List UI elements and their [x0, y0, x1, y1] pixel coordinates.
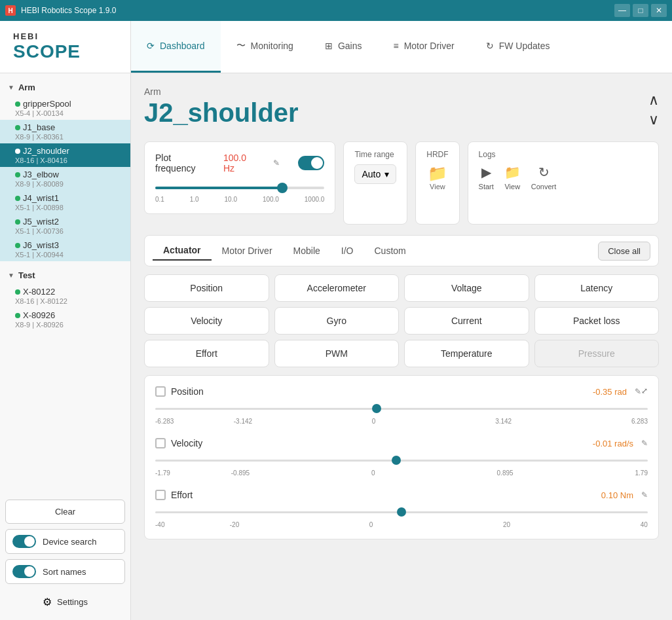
velocity-scale: -1.79 -0.895 0 0.895 1.79 [155, 469, 648, 477]
tab-io[interactable]: I/O [331, 242, 364, 260]
sidebar-item-j2shoulder[interactable]: J2_shoulder X8-16 | X-80416 [0, 143, 130, 167]
nav-down-button[interactable]: ∨ [648, 111, 659, 128]
plot-freq-fill [155, 187, 282, 189]
tab-custom[interactable]: Custom [364, 242, 417, 260]
sidebar-content: ▼ Arm gripperSpool X5-4 | X-00134 J1_bas… [0, 73, 130, 494]
tab-motor-driver[interactable]: ≡ Motor Driver [377, 21, 470, 73]
tab-motor-driver[interactable]: Motor Driver [212, 242, 283, 260]
logo-scope: SCOPE [13, 41, 117, 62]
effort-edit-icon[interactable]: ✎ [641, 490, 648, 500]
tab-dashboard[interactable]: ⟳ Dashboard [131, 21, 221, 73]
metric-pwm[interactable]: PWM [274, 340, 400, 367]
device-name: gripperSpool [23, 99, 71, 109]
velocity-checkbox[interactable] [155, 438, 166, 448]
device-search-toggle-switch[interactable] [12, 535, 36, 548]
velocity-thumb[interactable] [392, 456, 401, 465]
velocity-edit-icon[interactable]: ✎ [641, 439, 648, 448]
sidebar-group-arm[interactable]: ▼ Arm [0, 79, 130, 96]
plot-freq-thumb[interactable] [277, 183, 288, 193]
metric-position[interactable]: Position [144, 274, 269, 302]
maximize-button[interactable]: □ [633, 4, 648, 17]
time-range-arrow-icon: ▾ [384, 169, 389, 179]
gains-icon: ⊞ [325, 41, 333, 51]
sidebar-item-j6wrist3[interactable]: J6_wrist3 X5-1 | X-00944 [0, 238, 130, 261]
tab-mobile[interactable]: Mobile [283, 242, 331, 260]
velocity-slider[interactable] [155, 452, 648, 468]
sidebar-item-j3elbow[interactable]: J3_elbow X8-9 | X-80089 [0, 167, 130, 191]
metric-current[interactable]: Current [404, 307, 529, 335]
nav-up-button[interactable]: ∧ [648, 92, 659, 109]
device-dot [15, 219, 20, 225]
app-logo: HEBI SCOPE [0, 21, 131, 73]
tab-fw-updates[interactable]: ↻ FW Updates [470, 21, 566, 73]
sensor-section: ⤢ Position -0.35 rad ✎ -6.283 -3.142 [144, 375, 659, 539]
metric-latency[interactable]: Latency [534, 274, 660, 302]
metric-gyro[interactable]: Gyro [274, 307, 400, 335]
sidebar-group-test[interactable]: ▼ Test [0, 266, 130, 284]
close-all-button[interactable]: Close all [598, 242, 650, 261]
device-id: X8-9 | X-80926 [15, 321, 122, 329]
log-start-button[interactable]: ▶ Start [479, 164, 494, 191]
log-view-button[interactable]: 📁 View [504, 164, 521, 191]
plot-freq-slider[interactable] [155, 181, 324, 194]
sort-names-toggle[interactable]: Sort names [5, 559, 125, 584]
sensor-row-effort: Effort 0.10 Nm ✎ -40 -20 0 20 [155, 490, 648, 528]
top-controls: Plot frequency 100.0 Hz ✎ 0.1 1.0 10.0 1… [144, 141, 659, 225]
metric-accelerometer[interactable]: Accelerometer [274, 274, 400, 302]
position-slider[interactable] [155, 401, 648, 416]
metric-packet-loss[interactable]: Packet loss [534, 307, 660, 335]
position-checkbox[interactable] [155, 386, 166, 397]
sidebar-item-gripperspool[interactable]: gripperSpool X5-4 | X-00134 [0, 96, 130, 120]
close-button[interactable]: ✕ [651, 4, 667, 17]
settings-label: Settings [57, 597, 88, 607]
sensor-name-effort: Effort [171, 490, 193, 500]
fw-updates-icon: ↻ [486, 41, 494, 51]
device-header-left: Arm J2_shoulder [144, 86, 299, 128]
effort-checkbox[interactable] [155, 490, 166, 500]
device-name: J5_wrist2 [23, 217, 59, 227]
log-convert-button[interactable]: ↻ Convert [531, 164, 557, 191]
convert-icon: ↻ [538, 164, 550, 180]
sidebar-item-j4wrist1[interactable]: J4_wrist1 X5-1 | X-00898 [0, 191, 130, 214]
sidebar-item-x80926[interactable]: X-80926 X8-9 | X-80926 [0, 308, 130, 331]
sidebar-item-j1base[interactable]: J1_base X8-9 | X-80361 [0, 120, 130, 143]
sidebar-item-x80122[interactable]: X-80122 X8-16 | X-80122 [0, 284, 130, 308]
tab-actuator[interactable]: Actuator [153, 241, 212, 261]
app-icon: H [5, 5, 16, 16]
time-range-card: Time range Auto ▾ [343, 141, 407, 225]
metric-velocity[interactable]: Velocity [144, 307, 269, 335]
clear-button[interactable]: Clear [5, 500, 125, 524]
hrdf-view-label: View [426, 183, 448, 191]
metric-voltage[interactable]: Voltage [404, 274, 529, 302]
sensor-expand-icon[interactable]: ⤢ [641, 386, 648, 395]
settings-row[interactable]: ⚙ Settings [5, 589, 125, 615]
plot-frequency-card: Plot frequency 100.0 Hz ✎ 0.1 1.0 10.0 1… [144, 141, 335, 214]
sort-names-toggle-switch[interactable] [12, 565, 36, 578]
metric-temperature[interactable]: Temperature [404, 340, 529, 367]
minimize-button[interactable]: — [614, 4, 630, 17]
plot-freq-edit-icon[interactable]: ✎ [273, 158, 280, 168]
tab-monitoring[interactable]: 〜 Monitoring [221, 21, 309, 73]
sidebar-item-j5wrist2[interactable]: J5_wrist2 X5-1 | X-00736 [0, 214, 130, 238]
logo-hebi: HEBI [13, 31, 117, 41]
time-range-select[interactable]: Auto ▾ [354, 164, 396, 184]
freq-label-1: 1.0 [190, 196, 199, 203]
device-name: J4_wrist1 [23, 193, 59, 203]
title-bar: H HEBI Robotics Scope 1.9.0 — □ ✕ [0, 0, 672, 21]
time-range-value: Auto [362, 169, 381, 179]
effort-thumb[interactable] [397, 507, 406, 517]
device-search-toggle[interactable]: Device search [5, 529, 125, 554]
motor-driver-icon: ≡ [393, 41, 398, 51]
freq-label-3: 100.0 [263, 196, 279, 203]
sensor-value-velocity: -0.01 rad/s [593, 439, 633, 448]
effort-slider[interactable] [155, 504, 648, 520]
tab-gains[interactable]: ⊞ Gains [309, 21, 378, 73]
position-thumb[interactable] [372, 404, 381, 413]
freq-label-2: 10.0 [225, 196, 237, 203]
hrdf-view-button[interactable]: 📁 [426, 164, 448, 183]
device-name-big: J2_shoulder [144, 98, 299, 128]
position-edit-icon[interactable]: ✎ [635, 387, 641, 396]
plot-freq-toggle[interactable] [298, 156, 324, 170]
metric-effort[interactable]: Effort [144, 340, 269, 367]
metric-grid: Position Accelerometer Voltage Latency V… [144, 274, 659, 367]
